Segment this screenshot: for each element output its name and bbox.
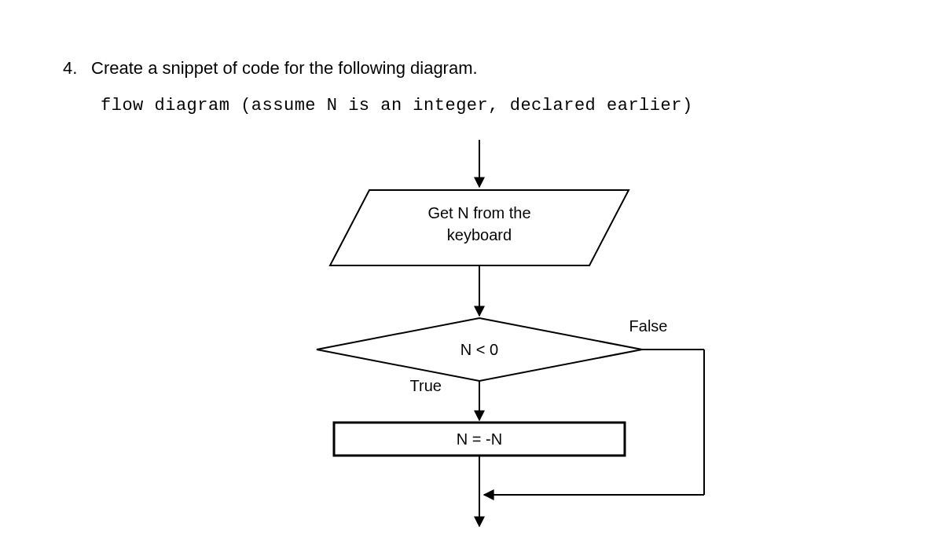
input-node-line1: Get N from the [427, 204, 530, 221]
input-node: Get N from the keyboard [330, 190, 629, 265]
flowchart: Get N from the keyboard N < 0 True N = -… [0, 0, 943, 560]
edge-true-label: True [410, 377, 442, 394]
decision-node: N < 0 [317, 318, 642, 381]
process-node: N = -N [334, 423, 625, 456]
page: 4. Create a snippet of code for the foll… [0, 0, 943, 560]
process-text: N = -N [457, 430, 502, 448]
edge-false-label: False [629, 317, 668, 335]
decision-text: N < 0 [460, 341, 498, 358]
input-node-line2: keyboard [447, 226, 512, 243]
